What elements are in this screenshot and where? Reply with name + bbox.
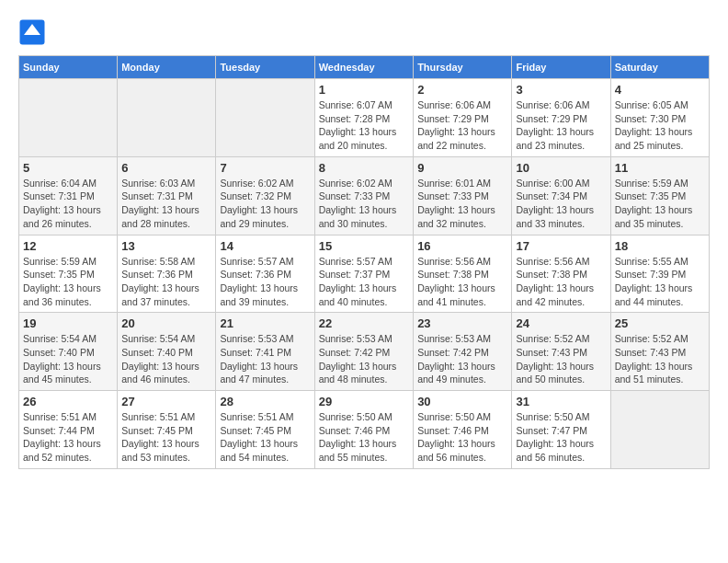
day-info: Sunrise: 6:06 AM Sunset: 7:29 PM Dayligh… (417, 98, 507, 153)
weekday-header: Tuesday (216, 56, 314, 79)
day-number: 21 (220, 316, 310, 330)
day-info: Sunrise: 5:54 AM Sunset: 7:40 PM Dayligh… (121, 332, 211, 386)
calendar-cell: 5Sunrise: 6:04 AM Sunset: 7:31 PM Daylig… (19, 156, 118, 235)
calendar-cell: 30Sunrise: 5:50 AM Sunset: 7:46 PM Dayli… (414, 391, 512, 469)
calendar-cell: 2Sunrise: 6:06 AM Sunset: 7:29 PM Daylig… (414, 79, 512, 157)
calendar-cell: 31Sunrise: 5:50 AM Sunset: 7:47 PM Dayli… (512, 391, 610, 469)
day-number: 23 (417, 316, 507, 330)
day-number: 19 (23, 316, 113, 330)
logo (18, 18, 50, 46)
calendar-cell: 11Sunrise: 5:59 AM Sunset: 7:35 PM Dayli… (610, 156, 709, 235)
day-number: 3 (516, 83, 606, 97)
calendar-cell: 15Sunrise: 5:57 AM Sunset: 7:37 PM Dayli… (314, 235, 413, 313)
day-info: Sunrise: 6:05 AM Sunset: 7:30 PM Dayligh… (615, 98, 705, 153)
day-info: Sunrise: 5:59 AM Sunset: 7:35 PM Dayligh… (23, 255, 113, 309)
calendar-cell: 26Sunrise: 5:51 AM Sunset: 7:44 PM Dayli… (19, 391, 118, 469)
day-info: Sunrise: 5:53 AM Sunset: 7:41 PM Dayligh… (220, 332, 310, 386)
calendar-cell: 27Sunrise: 5:51 AM Sunset: 7:45 PM Dayli… (118, 391, 216, 469)
day-number: 15 (319, 239, 409, 253)
day-info: Sunrise: 6:02 AM Sunset: 7:33 PM Dayligh… (319, 177, 409, 231)
day-number: 9 (417, 161, 507, 175)
calendar-week-row: 19Sunrise: 5:54 AM Sunset: 7:40 PM Dayli… (19, 313, 710, 391)
calendar-week-row: 5Sunrise: 6:04 AM Sunset: 7:31 PM Daylig… (19, 156, 710, 235)
day-number: 1 (319, 83, 409, 97)
calendar-cell: 28Sunrise: 5:51 AM Sunset: 7:45 PM Dayli… (216, 391, 314, 469)
day-info: Sunrise: 5:55 AM Sunset: 7:39 PM Dayligh… (615, 255, 705, 309)
calendar-cell: 19Sunrise: 5:54 AM Sunset: 7:40 PM Dayli… (19, 313, 118, 391)
day-number: 8 (319, 161, 409, 175)
day-info: Sunrise: 5:54 AM Sunset: 7:40 PM Dayligh… (23, 332, 113, 386)
day-info: Sunrise: 5:51 AM Sunset: 7:45 PM Dayligh… (220, 410, 310, 465)
calendar-cell: 9Sunrise: 6:01 AM Sunset: 7:33 PM Daylig… (414, 156, 512, 235)
calendar-cell: 16Sunrise: 5:56 AM Sunset: 7:38 PM Dayli… (414, 235, 512, 313)
day-info: Sunrise: 5:50 AM Sunset: 7:47 PM Dayligh… (516, 410, 606, 465)
calendar-table: SundayMondayTuesdayWednesdayThursdayFrid… (18, 55, 710, 469)
calendar-cell: 8Sunrise: 6:02 AM Sunset: 7:33 PM Daylig… (314, 156, 413, 235)
day-number: 24 (516, 316, 606, 330)
day-info: Sunrise: 5:52 AM Sunset: 7:43 PM Dayligh… (615, 332, 705, 386)
day-number: 13 (121, 239, 211, 253)
day-number: 14 (220, 239, 310, 253)
calendar-header-row: SundayMondayTuesdayWednesdayThursdayFrid… (19, 56, 710, 79)
day-number: 10 (516, 161, 606, 175)
day-number: 2 (417, 83, 507, 97)
day-info: Sunrise: 5:52 AM Sunset: 7:43 PM Dayligh… (516, 332, 606, 386)
day-number: 16 (417, 239, 507, 253)
day-number: 30 (417, 395, 507, 408)
calendar-cell: 13Sunrise: 5:58 AM Sunset: 7:36 PM Dayli… (118, 235, 216, 313)
day-info: Sunrise: 6:03 AM Sunset: 7:31 PM Dayligh… (121, 177, 211, 231)
calendar-cell: 14Sunrise: 5:57 AM Sunset: 7:36 PM Dayli… (216, 235, 314, 313)
calendar-cell: 25Sunrise: 5:52 AM Sunset: 7:43 PM Dayli… (610, 313, 709, 391)
calendar-cell: 6Sunrise: 6:03 AM Sunset: 7:31 PM Daylig… (118, 156, 216, 235)
calendar-cell (19, 79, 118, 157)
day-info: Sunrise: 5:51 AM Sunset: 7:45 PM Dayligh… (121, 410, 211, 465)
calendar-cell: 1Sunrise: 6:07 AM Sunset: 7:28 PM Daylig… (314, 79, 413, 157)
day-info: Sunrise: 6:07 AM Sunset: 7:28 PM Dayligh… (319, 98, 409, 153)
calendar-cell: 4Sunrise: 6:05 AM Sunset: 7:30 PM Daylig… (610, 79, 709, 157)
day-info: Sunrise: 6:06 AM Sunset: 7:29 PM Dayligh… (516, 98, 606, 153)
day-info: Sunrise: 6:01 AM Sunset: 7:33 PM Dayligh… (417, 177, 507, 231)
calendar-cell: 3Sunrise: 6:06 AM Sunset: 7:29 PM Daylig… (512, 79, 610, 157)
logo-icon (18, 18, 46, 46)
calendar-cell: 12Sunrise: 5:59 AM Sunset: 7:35 PM Dayli… (19, 235, 118, 313)
calendar-cell: 24Sunrise: 5:52 AM Sunset: 7:43 PM Dayli… (512, 313, 610, 391)
calendar-cell: 18Sunrise: 5:55 AM Sunset: 7:39 PM Dayli… (610, 235, 709, 313)
day-info: Sunrise: 5:53 AM Sunset: 7:42 PM Dayligh… (319, 332, 409, 386)
calendar-cell: 10Sunrise: 6:00 AM Sunset: 7:34 PM Dayli… (512, 156, 610, 235)
weekday-header: Friday (512, 56, 610, 79)
weekday-header: Monday (118, 56, 216, 79)
day-info: Sunrise: 5:50 AM Sunset: 7:46 PM Dayligh… (319, 410, 409, 465)
calendar-week-row: 26Sunrise: 5:51 AM Sunset: 7:44 PM Dayli… (19, 391, 710, 469)
day-number: 27 (121, 395, 211, 408)
day-info: Sunrise: 6:00 AM Sunset: 7:34 PM Dayligh… (516, 177, 606, 231)
weekday-header: Thursday (414, 56, 512, 79)
calendar-week-row: 1Sunrise: 6:07 AM Sunset: 7:28 PM Daylig… (19, 79, 710, 157)
day-number: 7 (220, 161, 310, 175)
day-number: 28 (220, 395, 310, 408)
weekday-header: Sunday (19, 56, 118, 79)
calendar-cell (216, 79, 314, 157)
day-number: 18 (615, 239, 705, 253)
day-info: Sunrise: 5:59 AM Sunset: 7:35 PM Dayligh… (615, 177, 705, 231)
day-number: 26 (23, 395, 113, 408)
page-header (18, 18, 710, 46)
calendar-cell: 17Sunrise: 5:56 AM Sunset: 7:38 PM Dayli… (512, 235, 610, 313)
day-info: Sunrise: 6:02 AM Sunset: 7:32 PM Dayligh… (220, 177, 310, 231)
day-info: Sunrise: 5:57 AM Sunset: 7:36 PM Dayligh… (220, 255, 310, 309)
calendar-week-row: 12Sunrise: 5:59 AM Sunset: 7:35 PM Dayli… (19, 235, 710, 313)
calendar-cell: 29Sunrise: 5:50 AM Sunset: 7:46 PM Dayli… (314, 391, 413, 469)
weekday-header: Saturday (610, 56, 709, 79)
calendar-cell: 20Sunrise: 5:54 AM Sunset: 7:40 PM Dayli… (118, 313, 216, 391)
day-info: Sunrise: 5:51 AM Sunset: 7:44 PM Dayligh… (23, 410, 113, 465)
calendar-cell (610, 391, 709, 469)
day-info: Sunrise: 5:56 AM Sunset: 7:38 PM Dayligh… (417, 255, 507, 309)
day-number: 29 (319, 395, 409, 408)
day-info: Sunrise: 6:04 AM Sunset: 7:31 PM Dayligh… (23, 177, 113, 231)
day-info: Sunrise: 5:56 AM Sunset: 7:38 PM Dayligh… (516, 255, 606, 309)
day-info: Sunrise: 5:53 AM Sunset: 7:42 PM Dayligh… (417, 332, 507, 386)
day-info: Sunrise: 5:50 AM Sunset: 7:46 PM Dayligh… (417, 410, 507, 465)
day-number: 22 (319, 316, 409, 330)
day-number: 5 (23, 161, 113, 175)
day-number: 25 (615, 316, 705, 330)
day-number: 20 (121, 316, 211, 330)
